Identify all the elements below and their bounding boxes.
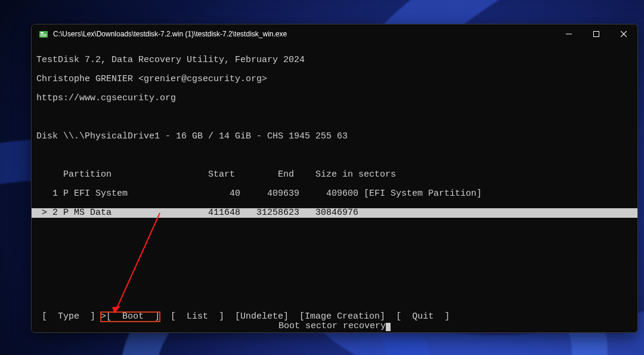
svg-rect-1 bbox=[41, 32, 44, 33]
maximize-button[interactable] bbox=[583, 24, 610, 44]
svg-rect-2 bbox=[41, 34, 47, 35]
terminal-window: C:\Users\Lex\Downloads\testdisk-7.2.win … bbox=[31, 24, 638, 333]
partition-row[interactable]: 1 P EFI System 40 409639 409600 [EFI Sys… bbox=[32, 189, 637, 199]
annotation-arrow-icon bbox=[106, 212, 166, 319]
window-controls bbox=[555, 24, 637, 44]
svg-rect-3 bbox=[41, 36, 47, 36]
terminal-content[interactable]: TestDisk 7.2, Data Recovery Utility, Feb… bbox=[32, 44, 637, 332]
menu-boot[interactable]: >[ Boot ] bbox=[101, 312, 160, 322]
menu-rest[interactable]: [ List ] [Undelete] [Image Creation] [ Q… bbox=[160, 312, 450, 322]
menu-hint: Boot sector recovery bbox=[32, 322, 637, 331]
svg-line-8 bbox=[114, 213, 160, 313]
blank-line bbox=[32, 151, 637, 160]
disk-line: Disk \\.\PhysicalDrive1 - 16 GB / 14 GiB… bbox=[32, 132, 637, 141]
svg-rect-5 bbox=[594, 32, 599, 37]
partition-table-header: Partition Start End Size in sectors bbox=[32, 170, 637, 180]
text-cursor bbox=[386, 323, 391, 331]
minimize-button[interactable] bbox=[555, 24, 583, 44]
titlebar[interactable]: C:\Users\Lex\Downloads\testdisk-7.2.win … bbox=[32, 24, 637, 44]
menu-type[interactable]: [ Type ] bbox=[36, 312, 101, 322]
menu-row: [ Type ] >[ Boot ] [ List ] [Undelete] [… bbox=[32, 312, 454, 322]
header-line: https://www.cgsecurity.org bbox=[32, 94, 637, 103]
blank-line bbox=[32, 113, 637, 122]
desktop-background: C:\Users\Lex\Downloads\testdisk-7.2.win … bbox=[0, 0, 644, 355]
header-line: TestDisk 7.2, Data Recovery Utility, Feb… bbox=[32, 55, 637, 65]
partition-row-selected[interactable]: > 2 P MS Data 411648 31258623 30846976 bbox=[32, 208, 637, 218]
close-button[interactable] bbox=[610, 24, 637, 44]
window-title: C:\Users\Lex\Downloads\testdisk-7.2.win … bbox=[53, 30, 555, 38]
header-line: Christophe GRENIER <grenier@cgsecurity.o… bbox=[32, 75, 637, 84]
app-icon bbox=[39, 29, 48, 39]
